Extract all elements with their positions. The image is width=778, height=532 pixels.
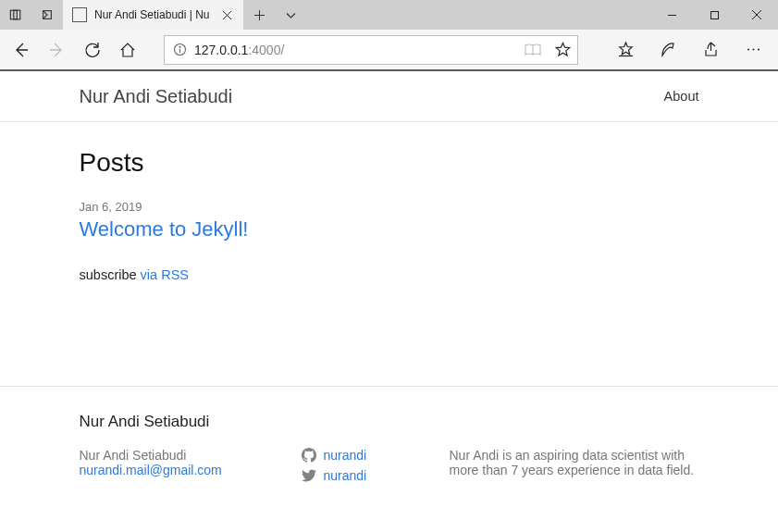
back-button[interactable] bbox=[4, 29, 39, 70]
refresh-button[interactable] bbox=[75, 29, 110, 70]
share-button[interactable] bbox=[689, 29, 732, 70]
footer-bio: Nur Andi is an aspiring data scientist w… bbox=[450, 448, 699, 489]
github-icon bbox=[302, 448, 324, 463]
forward-button[interactable] bbox=[39, 29, 74, 70]
set-aside-icon[interactable] bbox=[31, 0, 63, 30]
main-content: Posts Jan 6, 2019 Welcome to Jekyll! sub… bbox=[80, 122, 699, 282]
svg-point-8 bbox=[758, 49, 759, 51]
titlebar-spacer bbox=[306, 0, 650, 30]
url-path: :4000/ bbox=[248, 43, 284, 57]
svg-point-7 bbox=[752, 49, 754, 51]
twitter-icon bbox=[302, 468, 324, 483]
svg-point-5 bbox=[179, 46, 180, 47]
subscribe-line: subscribe via RSS bbox=[80, 267, 699, 282]
tab-actions-button[interactable] bbox=[275, 0, 306, 30]
tabs-aside-icon[interactable] bbox=[0, 0, 31, 30]
github-link[interactable]: nurandi bbox=[324, 448, 367, 463]
site-info-icon[interactable] bbox=[165, 43, 194, 56]
footer-name: Nur Andi Setiabudi bbox=[80, 448, 302, 463]
tab-favicon-icon bbox=[72, 7, 87, 22]
notes-button[interactable] bbox=[647, 29, 689, 70]
close-window-button[interactable] bbox=[735, 0, 778, 30]
minimize-button[interactable] bbox=[650, 0, 693, 30]
maximize-button[interactable] bbox=[693, 0, 735, 30]
reading-view-icon[interactable] bbox=[518, 43, 548, 56]
titlebar-left-buttons bbox=[0, 0, 63, 30]
site-header: Nur Andi Setiabudi About bbox=[0, 71, 778, 122]
twitter-link[interactable]: nurandi bbox=[324, 468, 367, 483]
svg-rect-3 bbox=[710, 11, 718, 19]
toolbar-right-tools bbox=[604, 29, 774, 70]
site-footer: Nur Andi Setiabudi Nur Andi Setiabudi nu… bbox=[0, 386, 778, 516]
posts-heading: Posts bbox=[80, 148, 699, 178]
post-date: Jan 6, 2019 bbox=[80, 200, 699, 214]
favorites-button[interactable] bbox=[604, 29, 647, 70]
post-title-link[interactable]: Welcome to Jekyll! bbox=[80, 217, 699, 241]
window-titlebar: Nur Andi Setiabudi | Nu bbox=[0, 0, 778, 30]
footer-social-col: nurandi nurandi bbox=[302, 448, 450, 489]
footer-title: Nur Andi Setiabudi bbox=[80, 413, 699, 431]
browser-tab[interactable]: Nur Andi Setiabudi | Nu bbox=[63, 0, 243, 30]
address-bar[interactable]: 127.0.0.1:4000/ bbox=[164, 35, 578, 65]
more-button[interactable] bbox=[732, 29, 774, 70]
tab-close-button[interactable] bbox=[217, 10, 236, 20]
footer-contact-col: Nur Andi Setiabudi nurandi.mail@gmail.co… bbox=[80, 448, 302, 489]
browser-toolbar: 127.0.0.1:4000/ bbox=[0, 30, 778, 71]
svg-point-6 bbox=[747, 49, 749, 51]
url-host: 127.0.0.1 bbox=[194, 43, 248, 57]
page-viewport[interactable]: Nur Andi Setiabudi About Posts Jan 6, 20… bbox=[0, 71, 778, 532]
subscribe-prefix: subscribe bbox=[80, 267, 141, 282]
rss-link[interactable]: via RSS bbox=[141, 267, 189, 282]
home-button[interactable] bbox=[110, 29, 145, 70]
footer-email-link[interactable]: nurandi.mail@gmail.com bbox=[80, 463, 302, 477]
tab-title: Nur Andi Setiabudi | Nu bbox=[94, 8, 212, 21]
new-tab-button[interactable] bbox=[243, 0, 275, 30]
window-controls bbox=[650, 0, 778, 30]
favorite-icon[interactable] bbox=[548, 42, 577, 57]
site-title[interactable]: Nur Andi Setiabudi bbox=[80, 86, 233, 107]
url-text: 127.0.0.1:4000/ bbox=[194, 43, 518, 57]
nav-about-link[interactable]: About bbox=[664, 89, 699, 104]
